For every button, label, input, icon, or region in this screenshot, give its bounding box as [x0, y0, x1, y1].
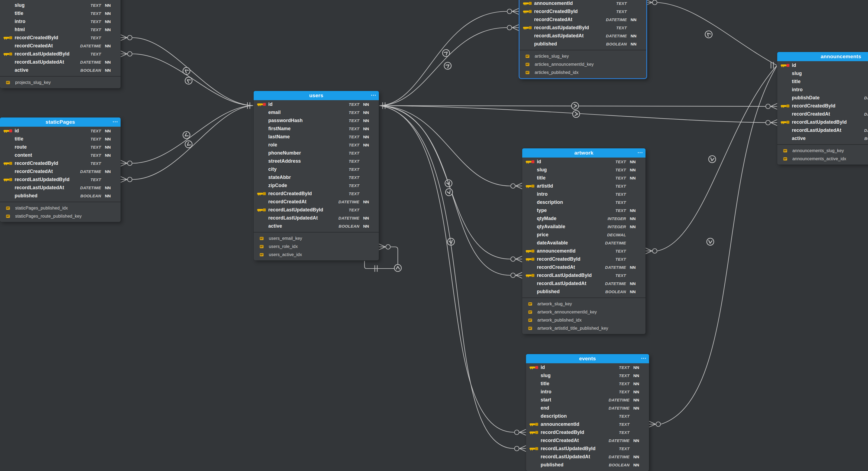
relationship-projects-recordCreatedById[interactable] — [121, 35, 253, 106]
column-row[interactable]: idTEXTNN — [526, 363, 649, 371]
column-row[interactable]: idTEXTNN — [522, 158, 646, 166]
column-row[interactable]: recordLastUpdatedByIdTEXT — [254, 206, 379, 214]
index-row[interactable]: users_active_idx — [254, 251, 379, 259]
column-row[interactable]: slugTEXTNN — [0, 1, 121, 9]
column-row[interactable]: emailTEXTNN — [254, 108, 379, 116]
column-row[interactable]: recordCreatedAtDATETIMENN — [0, 167, 121, 175]
column-row[interactable]: artistIdTEXT — [522, 182, 646, 190]
column-row[interactable]: typeTEXTNN — [522, 206, 646, 214]
column-row[interactable]: recordCreatedAtDATETIMENN — [526, 436, 649, 444]
column-row[interactable]: lastNameTEXTNN — [254, 133, 379, 141]
column-row[interactable]: streetAddressTEXT — [254, 157, 379, 165]
table-projects[interactable]: idTEXTNNslugTEXTNNtitleTEXTNNintroTEXTNN… — [0, 0, 121, 88]
column-row[interactable]: idTEXTNN — [254, 100, 379, 108]
column-row[interactable]: roleTEXTNN — [254, 141, 379, 149]
column-row[interactable]: activeBOOLEANNN — [0, 66, 121, 74]
relationship-artwork-recordLastUpdatedById[interactable] — [379, 106, 522, 278]
relationship-articles-announcementId[interactable] — [646, 0, 777, 65]
column-row[interactable]: recordCreatedByIdTEXT — [520, 7, 646, 15]
column-row[interactable]: publishedBOOLEANNN — [522, 288, 646, 296]
relationship-projects-recordLastUpdatedById[interactable] — [121, 51, 253, 106]
column-row[interactable]: idTEXT — [777, 61, 868, 69]
relationship-events-recordCreatedById[interactable] — [379, 106, 526, 435]
relationship-artwork-artistId[interactable] — [379, 106, 522, 189]
table-header[interactable]: announcements⋯ — [777, 52, 868, 61]
column-row[interactable]: contentTEXTNN — [0, 151, 121, 159]
column-row[interactable]: recordLastUpdatedAtDATETIMENN — [0, 58, 121, 66]
table-articles[interactable]: announcementIdTEXTrecordCreatedByIdTEXTr… — [519, 0, 647, 79]
column-row[interactable]: recordLastUpdatedByIdTEXT — [0, 175, 121, 183]
column-row[interactable]: slugTEXT — [777, 69, 868, 77]
column-row[interactable]: phoneNumberTEXT — [254, 149, 379, 157]
column-row[interactable]: recordLastUpdatedAtDATETIMENN — [520, 32, 646, 40]
index-row[interactable]: announcements_active_idx — [777, 155, 868, 163]
index-row[interactable]: staticPages_published_idx — [0, 204, 121, 212]
column-row[interactable]: announcementIdTEXT — [520, 0, 646, 7]
column-row[interactable]: announcementIdTEXT — [526, 420, 649, 428]
table-header[interactable]: events⋯ — [526, 354, 649, 363]
table-header[interactable]: users⋯ — [254, 91, 379, 100]
column-row[interactable]: descriptionTEXT — [526, 412, 649, 420]
column-row[interactable]: publishedBOOLEANNN — [520, 40, 646, 48]
table-menu-icon[interactable]: ⋯ — [638, 148, 643, 158]
column-row[interactable]: recordLastUpdatedByIdTEXT — [520, 24, 646, 32]
column-row[interactable]: recordCreatedByIdTEXT — [0, 34, 121, 42]
column-row[interactable]: recordCreatedByIdTEXT — [777, 102, 868, 110]
table-header[interactable]: artwork⋯ — [522, 148, 646, 158]
column-row[interactable]: recordCreatedAtDATETIMENN — [254, 198, 379, 206]
index-row[interactable]: artwork_announcementId_key — [522, 308, 646, 316]
table-header[interactable]: staticPages⋯ — [0, 117, 121, 127]
column-row[interactable]: recordLastUpdatedAtDATETIME — [777, 126, 868, 134]
column-row[interactable]: activeBOOLEANNN — [254, 222, 379, 230]
table-staticPages[interactable]: staticPages⋯idTEXTNNtitleTEXTNNrouteTEXT… — [0, 117, 121, 222]
table-menu-icon[interactable]: ⋯ — [641, 354, 646, 363]
column-row[interactable]: announcementIdTEXT — [522, 247, 646, 255]
column-row[interactable]: recordLastUpdatedAtDATETIMENN — [0, 183, 121, 192]
index-row[interactable]: artwork_slug_key — [522, 300, 646, 308]
column-row[interactable]: recordCreatedByIdTEXT — [254, 190, 379, 198]
index-row[interactable]: projects_slug_key — [0, 78, 121, 87]
relationship-staticPages-recordLastUpdatedById[interactable] — [121, 106, 253, 182]
column-row[interactable]: slugTEXTNN — [526, 371, 649, 379]
relationship-articles-recordLastUpdatedById[interactable] — [379, 25, 519, 106]
column-row[interactable]: recordCreatedByIdTEXT — [526, 428, 649, 436]
index-row[interactable]: users_email_key — [254, 234, 379, 242]
column-row[interactable]: introTEXT — [522, 190, 646, 198]
column-row[interactable]: recordLastUpdatedAtDATETIMENN — [522, 279, 646, 288]
column-row[interactable]: introTEXTNN — [526, 388, 649, 396]
column-row[interactable]: descriptionTEXT — [522, 198, 646, 206]
column-row[interactable]: introTEXT — [777, 86, 868, 94]
column-row[interactable]: priceDECIMAL — [522, 231, 646, 239]
column-row[interactable]: routeTEXTNN — [0, 143, 121, 151]
index-row[interactable]: articles_announcementId_key — [520, 60, 646, 68]
table-events[interactable]: events⋯idTEXTNNslugTEXTNNtitleTEXTNNintr… — [526, 354, 649, 471]
relationship-artwork-announcementId[interactable] — [646, 66, 777, 254]
column-row[interactable]: publishedBOOLEANNN — [0, 192, 121, 200]
relationship-articles-recordCreatedById[interactable] — [379, 8, 519, 106]
relationship-announcements-recordCreatedById[interactable] — [379, 102, 777, 109]
column-row[interactable]: zipCodeTEXT — [254, 181, 379, 190]
column-row[interactable]: recordLastUpdatedByIdTEXT — [522, 271, 646, 279]
column-row[interactable]: stateAbbrTEXT — [254, 173, 379, 181]
column-row[interactable]: publishDateDATETIME — [777, 94, 868, 102]
column-row[interactable]: introTEXTNN — [0, 17, 121, 26]
column-row[interactable]: publishedBOOLEANNN — [526, 461, 649, 469]
column-row[interactable]: firstNameTEXTNN — [254, 125, 379, 133]
column-row[interactable]: htmlTEXTNN — [0, 26, 121, 34]
relationship-staticPages-recordCreatedById[interactable] — [121, 106, 253, 166]
index-row[interactable]: articles_slug_key — [520, 52, 646, 60]
column-row[interactable]: titleTEXT — [777, 77, 868, 86]
column-row[interactable]: recordCreatedByIdTEXT — [0, 159, 121, 167]
column-row[interactable]: recordLastUpdatedAtDATETIMENN — [526, 452, 649, 461]
table-menu-icon[interactable]: ⋯ — [371, 91, 376, 100]
index-row[interactable]: users_role_idx — [254, 242, 379, 251]
index-row[interactable]: announcements_slug_key — [777, 147, 868, 155]
column-row[interactable]: recordLastUpdatedByIdTEXT — [777, 118, 868, 126]
column-row[interactable]: qtyAvailableINTEGERNN — [522, 223, 646, 231]
column-row[interactable]: titleTEXTNN — [522, 174, 646, 182]
column-row[interactable]: startDATETIMENN — [526, 396, 649, 404]
table-artwork[interactable]: artwork⋯idTEXTNNslugTEXTNNtitleTEXTNNart… — [522, 148, 646, 334]
index-row[interactable]: artwork_artistId_title_published_key — [522, 324, 646, 332]
column-row[interactable]: passwordHashTEXTNN — [254, 116, 379, 125]
column-row[interactable]: cityTEXT — [254, 165, 379, 173]
